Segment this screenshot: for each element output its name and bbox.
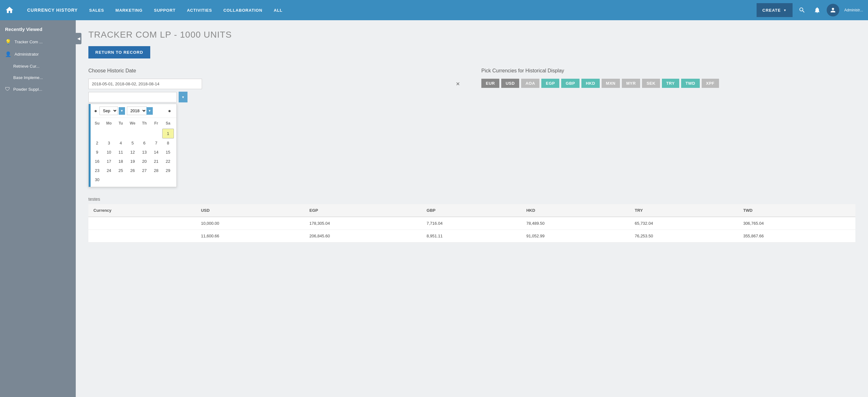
cal-day-11[interactable]: 11 [115,148,127,157]
calendar-header: ● Sep ▼ 2018 ▼ ● [89,104,177,118]
cal-day-empty [162,175,174,184]
calendar-month-arrow[interactable]: ▼ [119,107,125,115]
cal-day-6[interactable]: 6 [138,138,150,148]
currency-pill-eur[interactable]: EUR [482,79,499,88]
cell-gbp-0: 7,716.04 [422,217,521,230]
cal-day-empty [138,129,150,138]
nav-sales[interactable]: SALES [83,0,110,20]
cal-day-18[interactable]: 18 [115,157,127,166]
bell-icon [814,7,820,13]
cal-day-21[interactable]: 21 [150,157,162,166]
cal-day-7[interactable]: 7 [150,138,162,148]
cal-day-empty [127,175,138,184]
nav-support[interactable]: SUPPORT [148,0,181,20]
sidebar-tracker-label: Tracker Com ... [14,39,67,44]
calendar-year-select[interactable]: 2018 [127,107,147,115]
cal-day-10[interactable]: 10 [103,148,115,157]
cal-day-8[interactable]: 8 [162,138,174,148]
table-body: 10,000.00178,305.047,716.0478,489.5065,7… [88,217,856,243]
col-usd: USD [196,204,305,217]
currency-pill-xpf[interactable]: XPF [702,79,719,88]
cal-day-30[interactable]: 30 [91,175,103,184]
nav-collaboration[interactable]: COLLABORATION [218,0,268,20]
cal-day-empty [138,175,150,184]
currency-pill-twd[interactable]: TWD [681,79,700,88]
cal-day-empty [127,129,138,138]
cal-day-28[interactable]: 28 [150,166,162,175]
cal-day-13[interactable]: 13 [138,148,150,157]
nav-all[interactable]: ALL [268,0,288,20]
calendar-next-button[interactable]: ● [166,107,173,115]
currency-pill-myr[interactable]: MYR [622,79,640,88]
cal-day-20[interactable]: 20 [138,157,150,166]
pick-currencies-label: Pick Currencies for Historical Display [482,68,856,74]
sidebar-toggle[interactable]: ◀ [76,33,82,44]
cal-day-5[interactable]: 5 [127,138,138,148]
return-to-record-button[interactable]: RETURN TO RECORD [88,46,150,58]
cal-day-9[interactable]: 9 [91,148,103,157]
cell-usd-0: 10,000.00 [196,217,305,230]
date-input[interactable] [88,79,202,89]
currency-pill-aoa[interactable]: AOA [521,79,539,88]
cal-day-2[interactable]: 2 [91,138,103,148]
sidebar-item-tracker[interactable]: 💡 Tracker Com ... ✏ [0,36,76,48]
currency-pill-gbp[interactable]: GBP [561,79,580,88]
cal-day-26[interactable]: 26 [127,166,138,175]
calendar-year-arrow[interactable]: ▼ [147,107,153,115]
cal-day-27[interactable]: 27 [138,166,150,175]
calendar-prev-button[interactable]: ● [92,107,99,115]
currency-pill-try[interactable]: TRY [662,79,679,88]
cal-day-19[interactable]: 19 [127,157,138,166]
calendar-month-select[interactable]: Sep [99,107,118,115]
search-icon [799,7,806,13]
cal-day-14[interactable]: 14 [150,148,162,157]
cal-day-empty [115,129,127,138]
currency-pill-mxn[interactable]: MXN [601,79,620,88]
cal-day-16[interactable]: 16 [91,157,103,166]
table-row: 10,000.00178,305.047,716.0478,489.5065,7… [88,217,856,230]
date-clear-button[interactable]: ✕ [456,81,460,87]
currency-picker-col: Pick Currencies for Historical Display E… [482,68,856,187]
currency-pill-usd[interactable]: USD [501,79,519,88]
cal-day-15[interactable]: 15 [162,148,174,157]
table-section: testes Currency USD EGP GBP HKD TRY TWD … [88,197,856,243]
create-button[interactable]: CREATE ▼ [756,3,792,17]
choose-date-label: Choose Historic Date [88,68,462,74]
currency-pill-sek[interactable]: SEK [642,79,660,88]
nav-currency-history[interactable]: CURRENCY HISTORY [22,0,83,20]
notifications-button[interactable] [811,4,823,16]
col-hkd: HKD [521,204,630,217]
nav-logo[interactable] [5,6,14,15]
currency-pill-egp[interactable]: EGP [541,79,559,88]
date-second-input[interactable] [88,92,177,103]
sidebar-item-base[interactable]: Base Impleme... ✏ [0,72,76,83]
cal-day-12[interactable]: 12 [127,148,138,157]
cal-day-25[interactable]: 25 [115,166,127,175]
content-area: TRACKER COM LP - 1000 UNITS RETURN TO RE… [76,20,868,397]
nav-items: SALES MARKETING SUPPORT ACTIVITIES COLLA… [83,0,756,20]
cal-day-23[interactable]: 23 [91,166,103,175]
date-input-wrapper: ✕ [88,79,462,89]
nav-marketing[interactable]: MARKETING [110,0,148,20]
cal-day-4[interactable]: 4 [115,138,127,148]
col-egp: EGP [304,204,422,217]
nav-activities[interactable]: ACTIVITIES [181,0,218,20]
cal-day-22[interactable]: 22 [162,157,174,166]
sidebar-item-retrieve[interactable]: Retrieve Cur... ✏ [0,60,76,72]
cal-day-3[interactable]: 3 [103,138,115,148]
admin-avatar[interactable] [827,4,839,17]
page-title: TRACKER COM LP - 1000 UNITS [88,30,856,40]
cell-try-0: 65,732.04 [630,217,738,230]
table-header-row: Currency USD EGP GBP HKD TRY TWD [88,204,856,217]
cal-day-24[interactable]: 24 [103,166,115,175]
cal-day-17[interactable]: 17 [103,157,115,166]
currency-pill-hkd[interactable]: HKD [581,79,600,88]
cal-day-1[interactable]: 1 [162,129,174,138]
sidebar-item-admin[interactable]: 👤 Administrator ✏ [0,48,76,60]
cal-day-29[interactable]: 29 [162,166,174,175]
shield-icon: 🛡 [5,86,10,92]
cal-day-empty [150,129,162,138]
date-dropdown-button[interactable]: ▼ [179,92,187,103]
search-button[interactable] [796,4,808,16]
sidebar-item-powder[interactable]: 🛡 Powder Suppl... ✏ [0,83,76,95]
